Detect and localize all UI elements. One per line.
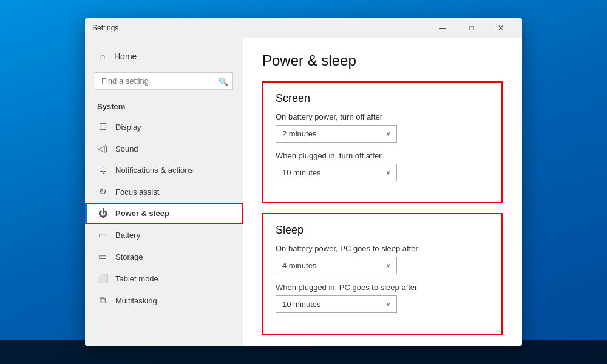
- sleep-plugged-dropdown[interactable]: 10 minutes ∨: [276, 295, 397, 313]
- sidebar-item-sound[interactable]: ◁) Sound: [85, 138, 243, 160]
- search-input[interactable]: [95, 72, 233, 90]
- screen-plugged-dropdown[interactable]: 10 minutes ∨: [276, 164, 397, 181]
- search-icon: 🔍: [219, 76, 228, 86]
- sidebar-item-home[interactable]: ⌂ Home: [85, 45, 243, 67]
- window-title: Settings: [92, 24, 118, 32]
- power-icon: ⏻: [97, 208, 108, 218]
- sleep-title: Sleep: [276, 224, 489, 237]
- screen-title: Screen: [276, 92, 489, 105]
- window-controls: — □ ✕: [429, 18, 515, 38]
- screen-battery-dropdown[interactable]: 2 minutes ∨: [276, 125, 397, 143]
- multitasking-icon: ⧉: [97, 295, 108, 306]
- sleep-plugged-arrow: ∨: [386, 301, 390, 308]
- storage-label: Storage: [115, 252, 143, 261]
- sidebar-section-title: System: [85, 99, 243, 116]
- display-label: Display: [115, 123, 141, 132]
- minimize-button[interactable]: —: [429, 18, 456, 38]
- screen-battery-value: 2 minutes: [282, 129, 316, 138]
- sidebar-item-battery[interactable]: ▭ Battery: [85, 224, 243, 246]
- display-icon: ☐: [97, 121, 108, 132]
- close-button[interactable]: ✕: [487, 18, 515, 38]
- search-box: 🔍: [95, 72, 233, 90]
- sidebar-item-focus[interactable]: ↻ Focus assist: [85, 181, 243, 203]
- sidebar-item-notifications[interactable]: 🗨 Notifications & actions: [85, 160, 243, 181]
- tablet-icon: ⬜: [97, 273, 108, 284]
- sleep-battery-arrow: ∨: [386, 262, 390, 269]
- settings-window: Settings — □ ✕ ⌂ Home 🔍 System ☐ Display: [85, 18, 522, 346]
- sidebar-item-storage[interactable]: ▭ Storage: [85, 246, 243, 268]
- sidebar-item-tablet[interactable]: ⬜ Tablet mode: [85, 268, 243, 289]
- screen-plugged-label: When plugged in, turn off after: [276, 151, 489, 160]
- main-content: Power & sleep Screen On battery power, t…: [243, 38, 522, 346]
- sidebar-item-power[interactable]: ⏻ Power & sleep: [85, 203, 243, 224]
- focus-icon: ↻: [97, 186, 108, 197]
- notifications-label: Notifications & actions: [115, 166, 193, 175]
- title-bar: Settings — □ ✕: [85, 18, 522, 38]
- sleep-battery-value: 4 minutes: [282, 261, 316, 270]
- screen-battery-label: On battery power, turn off after: [276, 112, 489, 121]
- sound-icon: ◁): [97, 143, 108, 154]
- battery-label: Battery: [115, 231, 140, 240]
- storage-icon: ▭: [97, 251, 108, 262]
- network-title: Network connection: [262, 345, 503, 346]
- focus-label: Focus assist: [115, 187, 159, 197]
- sidebar: ⌂ Home 🔍 System ☐ Display ◁) Sound 🗨 Not…: [85, 38, 243, 346]
- screen-plugged-arrow: ∨: [386, 169, 390, 176]
- screen-section: Screen On battery power, turn off after …: [262, 81, 503, 203]
- notifications-icon: 🗨: [97, 165, 108, 175]
- home-label: Home: [114, 52, 137, 61]
- power-label: Power & sleep: [115, 209, 169, 218]
- screen-plugged-value: 10 minutes: [282, 168, 321, 177]
- sidebar-item-multitasking[interactable]: ⧉ Multitasking: [85, 289, 243, 311]
- sleep-section: Sleep On battery power, PC goes to sleep…: [262, 213, 503, 335]
- sound-label: Sound: [115, 144, 138, 153]
- maximize-button[interactable]: □: [458, 18, 486, 38]
- sleep-plugged-label: When plugged in, PC goes to sleep after: [276, 283, 489, 292]
- tablet-label: Tablet mode: [115, 274, 158, 283]
- sleep-battery-label: On battery power, PC goes to sleep after: [276, 244, 489, 253]
- home-icon: ⌂: [97, 51, 108, 61]
- screen-battery-arrow: ∨: [386, 130, 390, 137]
- sleep-plugged-value: 10 minutes: [282, 300, 321, 309]
- sleep-battery-dropdown[interactable]: 4 minutes ∨: [276, 257, 397, 274]
- sidebar-item-display[interactable]: ☐ Display: [85, 116, 243, 138]
- page-title: Power & sleep: [262, 52, 503, 69]
- multitasking-label: Multitasking: [115, 296, 157, 305]
- battery-icon: ▭: [97, 229, 108, 240]
